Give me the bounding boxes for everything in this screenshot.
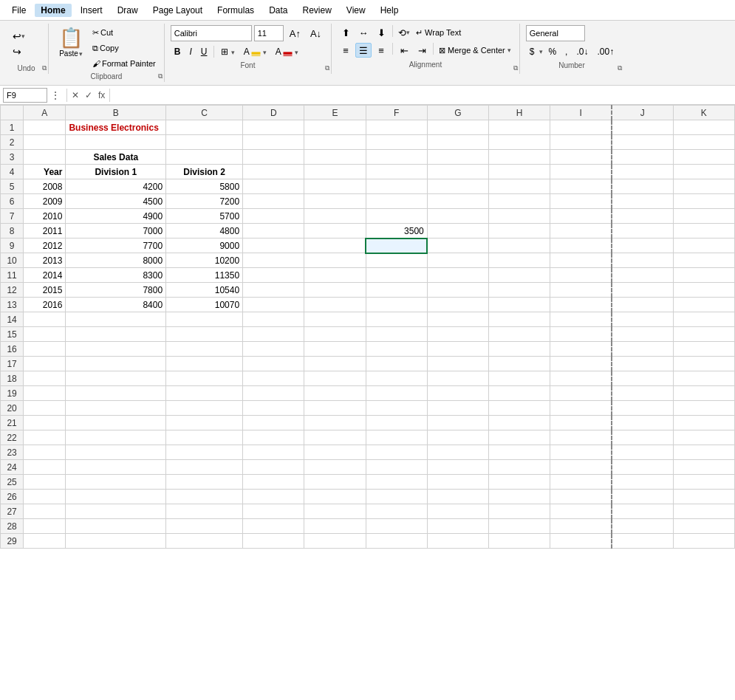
undo-button[interactable]: ↩ ▾ [10, 29, 27, 44]
col-header-J[interactable]: J [612, 106, 673, 120]
cell-C16[interactable] [166, 342, 243, 357]
cell-J28[interactable] [612, 519, 673, 534]
cell-H20[interactable] [488, 401, 550, 416]
cell-H4[interactable] [488, 165, 550, 179]
cell-H13[interactable] [488, 298, 550, 312]
col-header-D[interactable]: D [243, 106, 304, 120]
font-size-input[interactable] [254, 25, 284, 41]
cell-A11[interactable]: 2014 [24, 268, 66, 283]
cell-B28[interactable] [66, 519, 166, 534]
cell-H25[interactable] [488, 475, 550, 490]
cell-H26[interactable] [488, 490, 550, 504]
cell-H16[interactable] [488, 342, 550, 357]
cell-J13[interactable] [612, 298, 673, 312]
cell-F4[interactable] [366, 165, 427, 179]
bold-button[interactable]: B [171, 44, 185, 60]
cell-H15[interactable] [488, 327, 550, 342]
cell-I9[interactable] [550, 239, 612, 253]
cell-H6[interactable] [488, 194, 550, 209]
cell-G20[interactable] [427, 401, 488, 416]
cell-D14[interactable] [243, 312, 304, 327]
cell-B17[interactable] [66, 357, 166, 371]
cell-H8[interactable] [488, 224, 550, 239]
cell-I26[interactable] [550, 490, 612, 504]
cell-F10[interactable] [366, 253, 427, 268]
cell-J10[interactable] [612, 253, 673, 268]
cell-H19[interactable] [488, 386, 550, 401]
cell-J29[interactable] [612, 534, 673, 549]
cell-D27[interactable] [243, 504, 304, 519]
cell-D7[interactable] [243, 209, 304, 224]
cell-K7[interactable] [673, 209, 734, 224]
cell-A27[interactable] [24, 504, 66, 519]
cell-F22[interactable] [366, 430, 427, 445]
cell-K19[interactable] [673, 386, 734, 401]
cell-G15[interactable] [427, 327, 488, 342]
cell-H28[interactable] [488, 519, 550, 534]
cell-E1[interactable] [304, 120, 366, 135]
cell-K17[interactable] [673, 357, 734, 371]
cell-J24[interactable] [612, 460, 673, 475]
cell-D5[interactable] [243, 179, 304, 194]
cell-A5[interactable]: 2008 [24, 179, 66, 194]
cell-F27[interactable] [366, 504, 427, 519]
cell-K5[interactable] [673, 179, 734, 194]
cell-F2[interactable] [366, 135, 427, 150]
cell-C13[interactable]: 10070 [166, 298, 243, 312]
cell-E25[interactable] [304, 475, 366, 490]
cell-J27[interactable] [612, 504, 673, 519]
cell-B18[interactable] [66, 371, 166, 386]
cell-G23[interactable] [427, 445, 488, 460]
cell-I14[interactable] [550, 312, 612, 327]
cell-G7[interactable] [427, 209, 488, 224]
cell-K28[interactable] [673, 519, 734, 534]
cell-H7[interactable] [488, 209, 550, 224]
fill-color-button[interactable]: A ▬ ▾ [240, 44, 270, 60]
cell-D21[interactable] [243, 416, 304, 430]
cell-B14[interactable] [66, 312, 166, 327]
cell-G25[interactable] [427, 475, 488, 490]
cell-H5[interactable] [488, 179, 550, 194]
cell-D29[interactable] [243, 534, 304, 549]
cell-G1[interactable] [427, 120, 488, 135]
cell-D11[interactable] [243, 268, 304, 283]
col-header-B[interactable]: B [66, 106, 166, 120]
cell-G29[interactable] [427, 534, 488, 549]
cell-B16[interactable] [66, 342, 166, 357]
cell-F9[interactable] [366, 239, 427, 253]
menu-formulas[interactable]: Formulas [211, 4, 260, 17]
cell-J4[interactable] [612, 165, 673, 179]
cell-F21[interactable] [366, 416, 427, 430]
cell-G28[interactable] [427, 519, 488, 534]
cell-E12[interactable] [304, 283, 366, 298]
cell-J26[interactable] [612, 490, 673, 504]
cell-C18[interactable] [166, 371, 243, 386]
cell-J17[interactable] [612, 357, 673, 371]
cell-I21[interactable] [550, 416, 612, 430]
cell-B10[interactable]: 8000 [66, 253, 166, 268]
align-bottom-button[interactable]: ⬇ [373, 25, 389, 40]
cell-A20[interactable] [24, 401, 66, 416]
cell-A2[interactable] [24, 135, 66, 150]
cell-G8[interactable] [427, 224, 488, 239]
cell-E7[interactable] [304, 209, 366, 224]
font-name-input[interactable] [171, 25, 252, 41]
cell-F13[interactable] [366, 298, 427, 312]
cell-K3[interactable] [673, 150, 734, 165]
menu-view[interactable]: View [341, 4, 372, 17]
cell-D2[interactable] [243, 135, 304, 150]
cell-E4[interactable] [304, 165, 366, 179]
cell-J16[interactable] [612, 342, 673, 357]
percent-button[interactable]: % [544, 44, 560, 60]
font-expand-icon[interactable]: ⧉ [325, 64, 329, 72]
menu-review[interactable]: Review [296, 4, 337, 17]
cell-A4[interactable]: Year [24, 165, 66, 179]
cell-C17[interactable] [166, 357, 243, 371]
cell-H2[interactable] [488, 135, 550, 150]
number-expand-icon[interactable]: ⧉ [618, 64, 622, 72]
cell-C15[interactable] [166, 327, 243, 342]
cell-A24[interactable] [24, 460, 66, 475]
cell-E26[interactable] [304, 490, 366, 504]
cell-K10[interactable] [673, 253, 734, 268]
cell-C12[interactable]: 10540 [166, 283, 243, 298]
